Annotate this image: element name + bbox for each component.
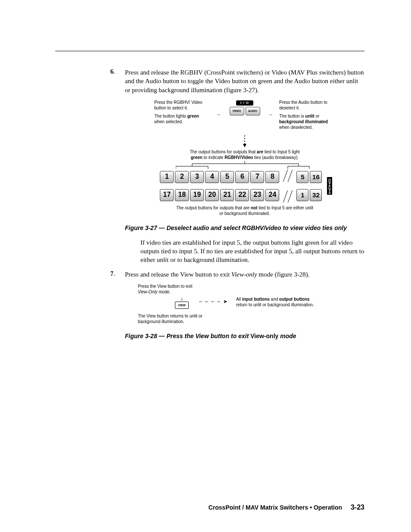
output-btn: 1 [160, 171, 174, 183]
footer-title: CrossPoint / MAV Matrix Switchers • Oper… [209, 504, 342, 511]
page-footer: CrossPoint / MAV Matrix Switchers • Oper… [209, 504, 364, 511]
step-number: 6. [110, 68, 115, 94]
output-btn: 17 [160, 189, 174, 201]
page-number: 3-23 [351, 504, 364, 511]
figure-3-28: Press the View button to exit View-Only … [138, 283, 319, 324]
fig327-note-top: The output buttons for outputs that are … [154, 149, 335, 160]
output-row-1: 1 2 3 4 5 6 7 8 [160, 171, 279, 183]
paragraph: If video ties are established for input … [140, 238, 364, 264]
svg-marker-1 [243, 144, 246, 147]
arrow-down-icon: ↓ [172, 296, 191, 302]
output-btn: 5 [220, 171, 234, 183]
arrow-left-icon: ← [268, 100, 274, 117]
figure-3-27-caption: Figure 3-27 — Deselect audio and select … [125, 224, 364, 232]
figure-3-27: Press the RGBHV/ Video button to select … [154, 100, 335, 216]
bracket-top-icon [176, 161, 314, 170]
output-btn: 1 [296, 189, 308, 201]
step-7: 7. Press and release the View button to … [125, 270, 364, 279]
step-number: 7. [110, 270, 115, 279]
output-btn: 32 [310, 189, 322, 201]
fig328-top-text: Press the View button to exit View-Only … [138, 283, 202, 295]
output-btn: 23 [250, 189, 264, 201]
output-panel: 1 2 3 4 5 6 7 8 17 18 19 20 21 22 23 [154, 170, 335, 202]
io-button-cluster: I / O VIDEO AUDIO [227, 100, 263, 115]
output-btn: 18 [175, 189, 189, 201]
output-btn: 4 [205, 171, 219, 183]
video-button: VIDEO [230, 107, 244, 115]
output-btn: 20 [205, 189, 219, 201]
fig328-bottom-text: The View button returns to unlit or back… [138, 313, 211, 324]
output-btn: 21 [220, 189, 234, 201]
audio-button: AUDIO [246, 107, 260, 115]
output-btn: 3 [190, 171, 204, 183]
dashed-arrow-right-icon: – – – – ➤ [199, 299, 228, 305]
fig327-left-text: Press the RGBHV/ Video button to select … [154, 100, 210, 127]
output-btn: 7 [250, 171, 264, 183]
step-6: 6. Press and release the RGBHV (CrossPoi… [125, 68, 364, 94]
output-btn: 24 [265, 189, 279, 201]
step-body: Press and release the View button to exi… [125, 270, 364, 279]
step-body: Press and release the RGBHV (CrossPoint … [125, 68, 364, 94]
figure-3-28-caption: Figure 3-28 — Press the View button to e… [125, 332, 364, 340]
output-btn: 19 [190, 189, 204, 201]
io-label: I / O [236, 100, 253, 106]
panel-break-icon [284, 170, 291, 202]
dashed-arrow-down-icon [154, 135, 335, 146]
output-btn: 5 [296, 171, 308, 183]
fig327-note-bottom: The output buttons for outputs that are … [176, 205, 314, 216]
view-button: VIEW [175, 302, 189, 309]
fig328-right-text: All input buttons and output buttons ret… [236, 296, 314, 308]
page-content: 6. Press and release the RGBHV (CrossPoi… [125, 68, 364, 346]
output-btn: 8 [265, 171, 279, 183]
fig327-right-text: Press the Audio button to deselect it. T… [279, 100, 335, 133]
output-btn: 2 [175, 171, 189, 183]
output-btn: 16 [310, 171, 322, 183]
top-rule [55, 51, 364, 51]
arrow-right-icon: → [215, 100, 221, 117]
outputs-vertical-label: OUTPUTS [327, 177, 332, 195]
output-btn: 22 [235, 189, 249, 201]
output-btn: 6 [235, 171, 249, 183]
output-row-2: 17 18 19 20 21 22 23 24 [160, 189, 279, 201]
